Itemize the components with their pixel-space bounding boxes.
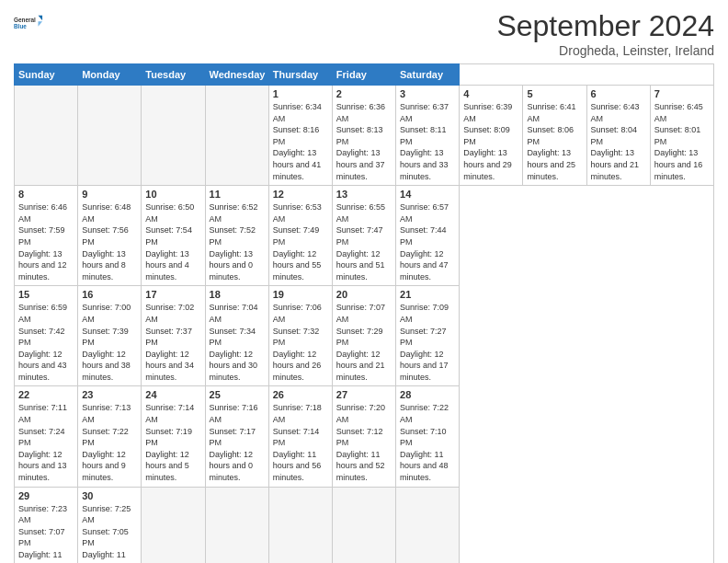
- day-number: 28: [400, 389, 455, 400]
- day-info: Sunrise: 6:34 AMSunset: 8:16 PMDaylight:…: [273, 101, 328, 182]
- day-info: Sunrise: 6:59 AMSunset: 7:42 PMDaylight:…: [18, 302, 74, 383]
- day-number: 25: [210, 389, 265, 400]
- calendar-cell: 6 Sunrise: 6:43 AMSunset: 8:04 PMDayligh…: [586, 86, 650, 186]
- day-info: Sunrise: 6:52 AMSunset: 7:52 PMDaylight:…: [210, 201, 265, 282]
- day-info: Sunrise: 6:55 AMSunset: 7:47 PMDaylight:…: [336, 201, 392, 282]
- day-number: 13: [336, 189, 392, 200]
- calendar-cell: 16 Sunrise: 7:00 AMSunset: 7:39 PMDaylig…: [78, 286, 142, 386]
- day-info: Sunrise: 7:04 AMSunset: 7:34 PMDaylight:…: [210, 302, 265, 383]
- day-info: Sunrise: 7:06 AMSunset: 7:32 PMDaylight:…: [273, 302, 328, 383]
- day-info: Sunrise: 7:13 AMSunset: 7:22 PMDaylight:…: [82, 402, 137, 483]
- calendar-cell: 19 Sunrise: 7:06 AMSunset: 7:32 PMDaylig…: [268, 286, 332, 386]
- day-number: 26: [273, 389, 328, 400]
- calendar-cell: 12 Sunrise: 6:53 AMSunset: 7:49 PMDaylig…: [268, 186, 332, 286]
- header: GeneralBlue September 2024 Drogheda, Lei…: [14, 9, 714, 58]
- day-number: 3: [400, 88, 455, 99]
- col-saturday: Saturday: [396, 64, 460, 86]
- calendar-cell: 22 Sunrise: 7:11 AMSunset: 7:24 PMDaylig…: [15, 386, 78, 487]
- calendar-cell: 3 Sunrise: 6:37 AMSunset: 8:11 PMDayligh…: [396, 86, 460, 186]
- day-info: Sunrise: 6:41 AMSunset: 8:06 PMDaylight:…: [527, 101, 582, 182]
- day-number: 6: [591, 88, 646, 99]
- day-number: 27: [336, 389, 392, 400]
- day-info: Sunrise: 7:07 AMSunset: 7:29 PMDaylight:…: [336, 302, 392, 383]
- day-number: 16: [82, 289, 137, 300]
- day-number: 21: [400, 289, 455, 300]
- calendar-cell: 15 Sunrise: 6:59 AMSunset: 7:42 PMDaylig…: [15, 286, 78, 386]
- month-title: September 2024: [496, 9, 714, 43]
- calendar-cell: 30 Sunrise: 7:25 AMSunset: 7:05 PMDaylig…: [78, 487, 142, 563]
- title-block: September 2024 Drogheda, Leinster, Irela…: [496, 9, 714, 58]
- day-number: 10: [145, 189, 200, 200]
- calendar-cell: [142, 487, 205, 563]
- calendar-cell: 27 Sunrise: 7:20 AMSunset: 7:12 PMDaylig…: [332, 386, 395, 487]
- day-number: 12: [273, 189, 328, 200]
- svg-text:Blue: Blue: [14, 23, 27, 29]
- day-info: Sunrise: 6:50 AMSunset: 7:54 PMDaylight:…: [145, 201, 200, 282]
- day-info: Sunrise: 6:57 AMSunset: 7:44 PMDaylight:…: [400, 201, 455, 282]
- calendar-cell: 29 Sunrise: 7:23 AMSunset: 7:07 PMDaylig…: [15, 487, 78, 563]
- calendar-cell: 18 Sunrise: 7:04 AMSunset: 7:34 PMDaylig…: [205, 286, 268, 386]
- col-monday: Monday: [78, 64, 142, 86]
- day-info: Sunrise: 7:00 AMSunset: 7:39 PMDaylight:…: [82, 302, 137, 383]
- day-number: 24: [145, 389, 200, 400]
- calendar-cell: 11 Sunrise: 6:52 AMSunset: 7:52 PMDaylig…: [205, 186, 268, 286]
- day-info: Sunrise: 6:53 AMSunset: 7:49 PMDaylight:…: [273, 201, 328, 282]
- col-wednesday: Wednesday: [205, 64, 268, 86]
- day-info: Sunrise: 6:37 AMSunset: 8:11 PMDaylight:…: [400, 101, 455, 182]
- day-number: 7: [654, 88, 710, 99]
- calendar-cell: [78, 86, 142, 186]
- day-info: Sunrise: 7:23 AMSunset: 7:07 PMDaylight:…: [18, 503, 74, 563]
- day-info: Sunrise: 7:22 AMSunset: 7:10 PMDaylight:…: [400, 402, 455, 483]
- calendar-cell: [15, 86, 78, 186]
- calendar-cell: 9 Sunrise: 6:48 AMSunset: 7:56 PMDayligh…: [78, 186, 142, 286]
- svg-marker-3: [39, 21, 43, 26]
- day-info: Sunrise: 7:25 AMSunset: 7:05 PMDaylight:…: [82, 503, 137, 563]
- logo-icon: GeneralBlue: [14, 9, 43, 39]
- day-info: Sunrise: 6:36 AMSunset: 8:13 PMDaylight:…: [336, 101, 392, 182]
- day-info: Sunrise: 7:18 AMSunset: 7:14 PMDaylight:…: [273, 402, 328, 483]
- day-number: 23: [82, 389, 137, 400]
- day-info: Sunrise: 7:14 AMSunset: 7:19 PMDaylight:…: [145, 402, 200, 483]
- calendar-cell: 4 Sunrise: 6:39 AMSunset: 8:09 PMDayligh…: [460, 86, 523, 186]
- calendar-cell: 10 Sunrise: 6:50 AMSunset: 7:54 PMDaylig…: [142, 186, 205, 286]
- day-info: Sunrise: 7:09 AMSunset: 7:27 PMDaylight:…: [400, 302, 455, 383]
- day-info: Sunrise: 6:48 AMSunset: 7:56 PMDaylight:…: [82, 201, 137, 282]
- day-number: 18: [210, 289, 265, 300]
- svg-text:General: General: [14, 17, 36, 23]
- page: GeneralBlue September 2024 Drogheda, Lei…: [0, 0, 728, 563]
- svg-marker-2: [39, 16, 43, 20]
- calendar-cell: [205, 86, 268, 186]
- day-number: 1: [273, 88, 328, 99]
- calendar-cell: 17 Sunrise: 7:02 AMSunset: 7:37 PMDaylig…: [142, 286, 205, 386]
- calendar-cell: 21 Sunrise: 7:09 AMSunset: 7:27 PMDaylig…: [396, 286, 460, 386]
- day-info: Sunrise: 6:46 AMSunset: 7:59 PMDaylight:…: [18, 201, 74, 282]
- logo: GeneralBlue: [14, 9, 43, 39]
- day-info: Sunrise: 7:02 AMSunset: 7:37 PMDaylight:…: [145, 302, 200, 383]
- calendar-cell: [142, 86, 205, 186]
- day-info: Sunrise: 6:43 AMSunset: 8:04 PMDaylight:…: [591, 101, 646, 182]
- day-number: 11: [210, 189, 265, 200]
- calendar-cell: 13 Sunrise: 6:55 AMSunset: 7:47 PMDaylig…: [332, 186, 395, 286]
- calendar-cell: [268, 487, 332, 563]
- calendar-header-row: Sunday Monday Tuesday Wednesday Thursday…: [15, 64, 714, 86]
- calendar-cell: [396, 487, 460, 563]
- day-info: Sunrise: 7:16 AMSunset: 7:17 PMDaylight:…: [210, 402, 265, 483]
- calendar-cell: 23 Sunrise: 7:13 AMSunset: 7:22 PMDaylig…: [78, 386, 142, 487]
- day-number: 15: [18, 289, 74, 300]
- calendar-cell: 26 Sunrise: 7:18 AMSunset: 7:14 PMDaylig…: [268, 386, 332, 487]
- day-number: 2: [336, 88, 392, 99]
- calendar-table: Sunday Monday Tuesday Wednesday Thursday…: [14, 63, 714, 563]
- day-info: Sunrise: 7:20 AMSunset: 7:12 PMDaylight:…: [336, 402, 392, 483]
- calendar-cell: [205, 487, 268, 563]
- day-number: 20: [336, 289, 392, 300]
- day-number: 19: [273, 289, 328, 300]
- calendar-cell: 14 Sunrise: 6:57 AMSunset: 7:44 PMDaylig…: [396, 186, 460, 286]
- col-friday: Friday: [332, 64, 395, 86]
- calendar-cell: 7 Sunrise: 6:45 AMSunset: 8:01 PMDayligh…: [650, 86, 713, 186]
- calendar-cell: [332, 487, 395, 563]
- day-number: 29: [18, 490, 74, 501]
- day-number: 5: [527, 88, 582, 99]
- calendar-cell: 2 Sunrise: 6:36 AMSunset: 8:13 PMDayligh…: [332, 86, 395, 186]
- subtitle: Drogheda, Leinster, Ireland: [496, 43, 714, 58]
- calendar-cell: 20 Sunrise: 7:07 AMSunset: 7:29 PMDaylig…: [332, 286, 395, 386]
